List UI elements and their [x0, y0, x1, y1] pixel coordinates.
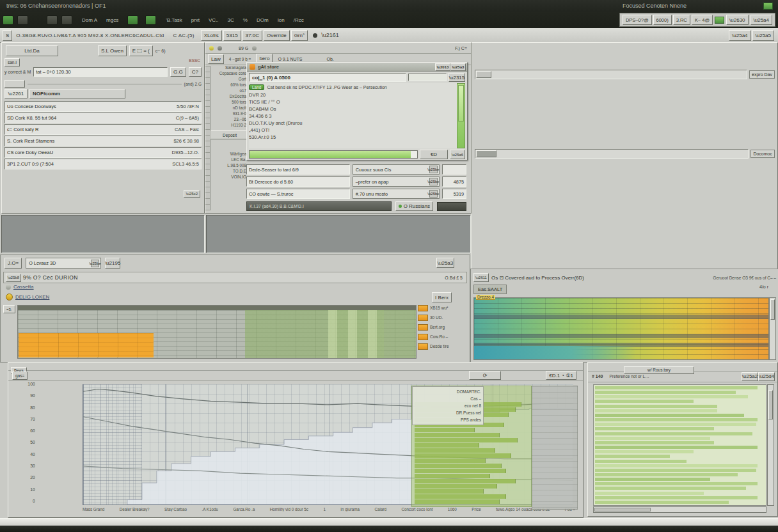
mid-right-controls[interactable]: 4/o r	[759, 285, 768, 289]
refresh-button[interactable]: ⟳	[469, 371, 501, 380]
yellow-dot-icon[interactable]	[209, 46, 214, 51]
page-icon[interactable]: \u25a4	[750, 15, 772, 25]
toolbar-item[interactable]: VC..	[209, 17, 219, 23]
gray-dot-icon[interactable]	[218, 46, 222, 51]
doc-icon[interactable]: \u2630	[726, 15, 748, 25]
section-header[interactable]: NOP/comm	[29, 89, 125, 98]
camera-button[interactable]: \u25a2	[742, 372, 758, 381]
tool-icon-1[interactable]	[17, 15, 28, 25]
land-badge[interactable]: Land	[249, 84, 264, 90]
toolbar2-button[interactable]: 5315	[223, 30, 241, 41]
toolbar-item[interactable]: DOm	[257, 17, 269, 23]
russians-button[interactable]: O Russians	[395, 201, 433, 211]
chevron-down-icon[interactable]: \u25be	[91, 260, 99, 267]
table-row[interactable]: CS core Doky OeeaU D935.–12.O.	[4, 147, 202, 158]
drezzo-chip[interactable]: Drezzo.4	[476, 295, 495, 300]
legend-item[interactable]: Desde tire	[418, 343, 468, 350]
toolbar-item[interactable]: Dom A	[82, 17, 97, 23]
v-scroll-thumb[interactable]	[770, 299, 775, 320]
table-row[interactable]: c= Cont katy R CAS – Falc	[4, 124, 202, 135]
form-label-field[interactable]: CO eowte — S.truroc	[246, 189, 350, 199]
gas-chip[interactable]: gas=	[12, 372, 28, 380]
pause-icon[interactable]: \u2161	[321, 32, 339, 38]
toolbar2-button[interactable]: XLofrs	[201, 30, 222, 41]
delig-link[interactable]: DELIG LOKEN	[15, 294, 49, 300]
dark-action-button[interactable]: K.I.37 (ad4.30) B.B.C&M'D.I	[246, 201, 392, 211]
segmented-button[interactable]: DPS–0?@	[623, 15, 652, 25]
record-dot-icon[interactable]	[313, 33, 317, 38]
address-field[interactable]: co|‗1 (0) A 0500	[249, 73, 406, 82]
toolbar-item[interactable]: Ion	[278, 17, 285, 23]
status-icon[interactable]	[715, 17, 724, 24]
scroll-corner-button[interactable]: \u25e2	[184, 190, 200, 198]
h-scroll-thumb-2[interactable]	[476, 150, 496, 157]
toolbar2-button[interactable]: 37:0C	[242, 30, 262, 41]
cassetta-link[interactable]: Cassetta	[13, 284, 34, 290]
ltd-button[interactable]: Ltd.Da	[6, 45, 58, 56]
open-icon[interactable]	[145, 15, 156, 25]
toolbar-item[interactable]: %	[243, 17, 248, 23]
toolbar-item[interactable]: /Rcc	[294, 17, 304, 23]
table-row[interactable]: SD Cork K8, 55 tut 964 C(9 – 6A5)	[4, 113, 202, 123]
heatmap-left[interactable]	[17, 305, 417, 359]
save-icon[interactable]	[127, 15, 138, 25]
jo-button[interactable]: J.O=	[4, 258, 22, 269]
green-overlay-panel[interactable]: DOMARTEC.Cas –eco nel 8DR.Puess nelPPS a…	[411, 386, 532, 507]
form-extra-value[interactable]: 4875	[442, 176, 466, 187]
bars-hscroll-thumb[interactable]	[594, 508, 651, 512]
chevron-down-icon[interactable]: \u25be	[429, 178, 438, 185]
toolbar-item[interactable]: prxt	[191, 17, 200, 23]
circle-icon[interactable]	[252, 46, 257, 51]
saalt-tab[interactable]: Eas.SAALT	[473, 285, 507, 294]
dialog-scrollbar[interactable]	[457, 83, 465, 148]
form-extra-value[interactable]: 5319	[442, 189, 466, 199]
berx-tab[interactable]: I Berx	[432, 292, 452, 302]
legend-item[interactable]: Cow.Ro –	[418, 334, 468, 340]
close-button[interactable]: \u25a3	[450, 63, 466, 71]
menu-icon[interactable]	[763, 3, 773, 10]
toolbar2-button[interactable]: Override	[264, 30, 290, 41]
level-combo[interactable]: O Lcvauz 3D \u25be	[26, 258, 101, 269]
e-button[interactable]: E ⬚ = (	[129, 45, 153, 56]
bars-vscroll[interactable]	[767, 384, 774, 506]
law-tab[interactable]: Law	[208, 54, 224, 64]
grid-button[interactable]: \u25a6	[450, 150, 465, 159]
segmented-button[interactable]: K~ 4@	[692, 15, 713, 25]
list-icon[interactable]: \u2261	[4, 89, 28, 98]
strip-label-2[interactable]: Docomoc	[750, 150, 775, 158]
ob-tab[interactable]: Ob.	[327, 57, 334, 61]
form-dropdown[interactable]: –prefer on apap \u25be	[353, 176, 440, 187]
h-scroll-thumb-1[interactable]	[476, 71, 491, 78]
owen-button[interactable]: S.L Owen	[98, 45, 127, 56]
checkbox-icon[interactable]: \u2611	[473, 273, 489, 282]
deposit-button[interactable]: Deposit	[210, 130, 249, 139]
dialog-titlebar[interactable]: gAt store \u2013 \u25a3	[247, 63, 467, 72]
heatmap-right[interactable]	[473, 297, 769, 360]
segmented-button[interactable]: 6000)	[653, 15, 672, 25]
ed-button[interactable]: €D	[420, 150, 448, 159]
gg-button[interactable]: G.G	[170, 67, 186, 77]
spin-button[interactable]: \u2195	[105, 258, 120, 269]
legend-item[interactable]: XB15 wu*	[418, 305, 468, 311]
search-input[interactable]: tat – 0+0 120,30	[33, 67, 168, 77]
s-button[interactable]: S	[3, 30, 12, 41]
chart-button-group[interactable]: €D.1 ◔ ①1	[546, 371, 576, 380]
doc-button-1[interactable]: \u25a4	[729, 30, 750, 41]
segmented-button[interactable]: 3.RC	[673, 15, 690, 25]
form-label-field[interactable]: Dede-Seaser to tard 6/9	[246, 164, 350, 175]
mini-handle[interactable]: =3:	[3, 305, 15, 313]
toolbar2-button[interactable]: Grn°	[291, 30, 308, 41]
form-label-field[interactable]: Bt Dereoce do d 5.60	[246, 176, 350, 187]
minimize-button[interactable]: \u2013	[435, 63, 450, 71]
mini-tab[interactable]	[4, 80, 25, 88]
strip-label-1[interactable]: expro Dav	[749, 70, 775, 79]
h-scrollbar-2[interactable]	[475, 149, 749, 159]
nuts-tab[interactable]: O 9.1 NUTS	[278, 57, 302, 61]
chevron-down-icon[interactable]: \u25be	[429, 166, 438, 173]
doc-button-2[interactable]: \u25a5	[752, 30, 774, 41]
search-go-button[interactable]: \u2315	[449, 73, 465, 82]
scroll-thumb[interactable]	[458, 85, 464, 121]
legend-item[interactable]: 30 UD.	[418, 315, 468, 321]
san-tab[interactable]: san.I	[4, 58, 20, 66]
bars-hscroll[interactable]	[593, 506, 766, 513]
